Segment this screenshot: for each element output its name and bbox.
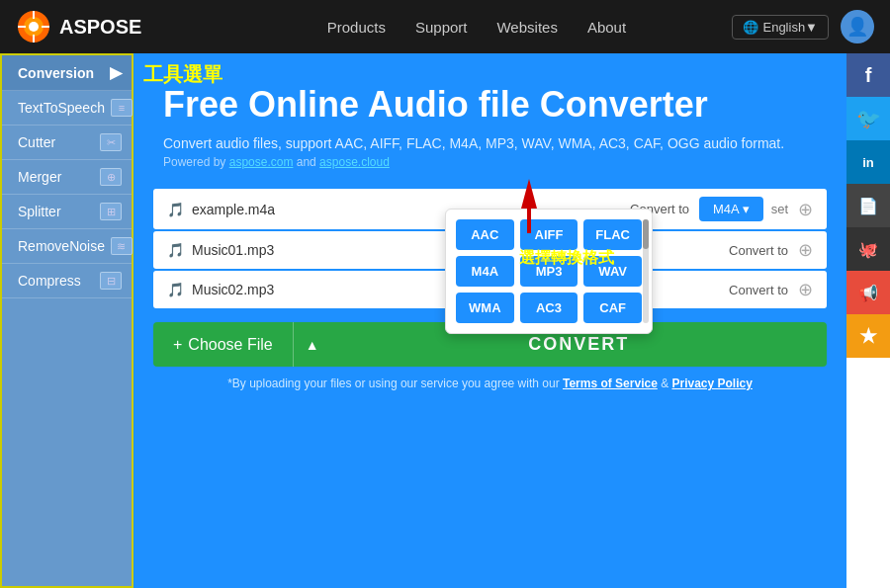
- dropdown-scrollbar[interactable]: [643, 219, 649, 323]
- merger-icon: ⊕: [100, 168, 122, 186]
- sidebar-arrow-icon: ▶: [110, 63, 122, 82]
- sidebar-item-merger[interactable]: Merger ⊕: [2, 160, 132, 195]
- sidebar-merger-label: Merger: [12, 169, 100, 185]
- splitter-icon: ⊞: [100, 203, 122, 220]
- nav-products[interactable]: Products: [327, 19, 386, 36]
- navbar: ASPOSE Products Support Websites About 🌐…: [0, 0, 890, 53]
- file-icon-1: 🎵: [167, 202, 184, 217]
- file-icon-3: 🎵: [167, 282, 184, 297]
- footer-note: *By uploading your files or using our se…: [134, 377, 846, 390]
- format-aac[interactable]: AAC: [456, 219, 514, 250]
- format-ac3[interactable]: AC3: [520, 293, 578, 323]
- hero-section: Free Online Audio file Converter Convert…: [134, 53, 846, 179]
- hero-powered: Powered by aspose.com and aspose.cloud: [163, 155, 817, 169]
- row-close-1[interactable]: ⊕: [798, 199, 813, 220]
- annotation-format: 選擇轉換格式: [519, 248, 614, 269]
- convert-to-label-2: Convert to: [729, 243, 788, 258]
- sidebar-removenoise-label: RemoveNoise: [12, 238, 111, 254]
- footer-amp: &: [658, 377, 672, 390]
- format-flac[interactable]: FLAC: [583, 219, 642, 250]
- sidebar: Conversion ▶ TextToSpeech ≡ Cutter ✂ Mer…: [0, 53, 134, 588]
- tts-icon: ≡: [111, 99, 133, 117]
- format-dropdown: AAC AIFF FLAC M4A MP3 WAV WMA AC3 CAF: [445, 209, 653, 334]
- announce-button[interactable]: 📢: [846, 271, 890, 314]
- star-button[interactable]: ★: [846, 314, 890, 358]
- format-wma[interactable]: WMA: [456, 293, 514, 323]
- twitter-button[interactable]: 🐦: [846, 97, 890, 140]
- red-arrow-icon: [509, 179, 549, 233]
- hero-title: Free Online Audio file Converter: [163, 83, 817, 126]
- row-close-3[interactable]: ⊕: [798, 279, 813, 300]
- sidebar-compress-label: Compress: [12, 273, 100, 289]
- navbar-right: 🌐 English▼ 👤: [732, 10, 874, 43]
- nav-about[interactable]: About: [587, 19, 626, 36]
- format-grid: AAC AIFF FLAC M4A MP3 WAV WMA AC3 CAF: [456, 219, 642, 323]
- footer-text: *By uploading your files or using our se…: [227, 377, 563, 390]
- sidebar-item-conversion[interactable]: Conversion ▶: [2, 55, 132, 91]
- social-bar: f 🐦 in 📄 🐙 📢 ★: [846, 53, 890, 588]
- svg-marker-8: [521, 179, 537, 233]
- document-button[interactable]: 📄: [846, 184, 890, 227]
- sidebar-item-splitter[interactable]: Splitter ⊞: [2, 195, 132, 229]
- logo-text: ASPOSE: [59, 16, 141, 39]
- nav-websites[interactable]: Websites: [496, 19, 557, 36]
- compress-icon: ⊟: [100, 272, 122, 290]
- format-caf[interactable]: CAF: [583, 293, 642, 323]
- sidebar-conversion-label: Conversion: [12, 65, 110, 81]
- main-content: 工具選單 Free Online Audio file Converter Co…: [134, 53, 846, 588]
- powered-text: Powered by: [163, 155, 229, 169]
- removenoise-icon: ≋: [111, 237, 133, 255]
- github-button[interactable]: 🐙: [846, 227, 890, 271]
- set-label: set: [771, 202, 788, 216]
- sidebar-item-removenoise[interactable]: RemoveNoise ≋: [2, 229, 132, 264]
- hero-subtitle: Convert audio files, support AAC, AIFF, …: [163, 135, 817, 151]
- sidebar-tts-label: TextToSpeech: [12, 100, 111, 116]
- aspose-cloud-link[interactable]: aspose.cloud: [319, 155, 390, 169]
- sidebar-item-cutter[interactable]: Cutter ✂: [2, 126, 132, 160]
- user-icon: 👤: [846, 16, 868, 38]
- choose-file-label: Choose File: [188, 336, 272, 354]
- logo-icon: [16, 9, 51, 44]
- facebook-button[interactable]: f: [846, 53, 890, 97]
- linkedin-button[interactable]: in: [846, 140, 890, 184]
- globe-icon: 🌐: [743, 20, 758, 35]
- content-wrapper: 工具選單 Free Online Audio file Converter Co…: [134, 53, 890, 588]
- user-avatar[interactable]: 👤: [841, 10, 874, 43]
- file-icon-2: 🎵: [167, 242, 184, 258]
- selected-format-label: M4A ▾: [713, 202, 750, 216]
- logo[interactable]: ASPOSE: [16, 9, 141, 44]
- lang-label: English▼: [762, 20, 818, 35]
- language-button[interactable]: 🌐 English▼: [732, 15, 829, 40]
- sidebar-item-compress[interactable]: Compress ⊟: [2, 264, 132, 298]
- aspose-com-link[interactable]: aspose.com: [229, 155, 294, 169]
- row-close-2[interactable]: ⊕: [798, 239, 813, 261]
- powered-and: and: [293, 155, 319, 169]
- main-layout: Conversion ▶ TextToSpeech ≡ Cutter ✂ Mer…: [0, 53, 890, 588]
- convert-to-label-3: Convert to: [729, 283, 788, 297]
- format-m4a[interactable]: M4A: [456, 256, 514, 287]
- arrow-container: [509, 179, 549, 237]
- converter-area: 🎵 example.m4a Convert to M4A ▾ set ⊕ 🎵 M…: [153, 189, 827, 308]
- sidebar-splitter-label: Splitter: [12, 204, 100, 219]
- sidebar-item-tts[interactable]: TextToSpeech ≡: [2, 91, 132, 126]
- svg-point-2: [29, 22, 39, 32]
- sidebar-cutter-label: Cutter: [12, 134, 100, 150]
- scroll-thumb: [643, 219, 649, 249]
- nav-links: Products Support Websites About: [221, 19, 732, 36]
- annotation-toolbar: 工具選單: [143, 61, 222, 88]
- tos-link[interactable]: Terms of Service: [563, 377, 658, 390]
- choose-file-dropdown-button[interactable]: ▲: [293, 322, 331, 367]
- privacy-link[interactable]: Privacy Policy: [671, 377, 752, 390]
- nav-support[interactable]: Support: [415, 19, 468, 36]
- format-select-btn[interactable]: M4A ▾: [699, 197, 763, 221]
- plus-icon: +: [173, 336, 182, 354]
- choose-file-button[interactable]: + Choose File: [153, 322, 293, 367]
- cutter-icon: ✂: [100, 133, 122, 151]
